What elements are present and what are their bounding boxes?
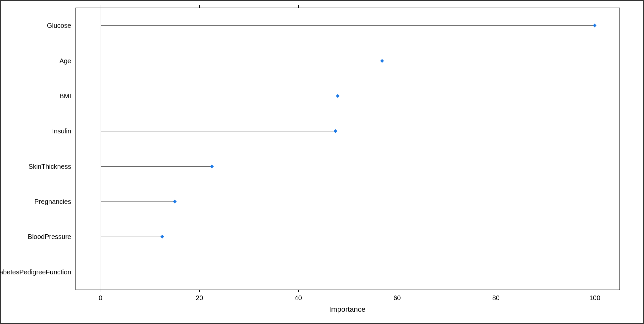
lollipop-stem — [101, 96, 338, 96]
x-tick-label: 100 — [589, 294, 600, 302]
category-label: BloodPressure — [28, 233, 71, 241]
x-tick-top — [298, 5, 299, 8]
x-tick-label: 0 — [99, 294, 102, 302]
x-tick-top — [595, 5, 595, 8]
x-tick-bottom — [298, 290, 299, 292]
x-tick-label: 20 — [196, 294, 203, 302]
lollipop-dot — [333, 129, 337, 133]
plot-area: 020406080100GlucoseAgeBMIInsulinSkinThic… — [75, 8, 620, 290]
lollipop-stem — [101, 166, 212, 167]
category-label: Age — [59, 57, 71, 65]
lollipop-stem — [101, 61, 382, 61]
lollipop-dot — [161, 235, 164, 239]
x-tick-label: 80 — [492, 294, 500, 302]
x-tick-bottom — [496, 290, 496, 292]
lollipop-stem — [101, 237, 163, 237]
x-tick-label: 60 — [393, 294, 401, 302]
x-tick-bottom — [101, 290, 101, 292]
x-tick-top — [496, 5, 496, 8]
lollipop-dot — [380, 59, 384, 63]
x-tick-label: 40 — [295, 294, 302, 302]
lollipop-stem — [101, 202, 175, 202]
x-tick-bottom — [199, 290, 200, 292]
x-tick-top — [199, 5, 200, 8]
x-tick-top — [397, 5, 397, 8]
chart-frame: 020406080100GlucoseAgeBMIInsulinSkinThic… — [0, 0, 644, 324]
lollipop-stem — [101, 131, 335, 131]
category-label: BMI — [59, 92, 71, 100]
x-axis-label: Importance — [329, 305, 366, 314]
category-label: Insulin — [52, 127, 71, 135]
lollipop-dot — [173, 200, 176, 203]
lollipop-dot — [336, 94, 339, 98]
lollipop-dot — [593, 24, 597, 27]
category-label: SkinThickness — [28, 162, 71, 170]
x-tick-bottom — [397, 290, 397, 292]
x-tick-top — [101, 5, 101, 8]
lollipop-stem — [101, 25, 595, 26]
category-label: DiabetesPedigreeFunction — [0, 268, 71, 276]
zero-reference-line — [101, 8, 101, 290]
category-label: Glucose — [47, 22, 71, 29]
x-tick-bottom — [595, 290, 595, 292]
lollipop-dot — [210, 164, 214, 168]
category-label: Pregnancies — [34, 198, 71, 206]
